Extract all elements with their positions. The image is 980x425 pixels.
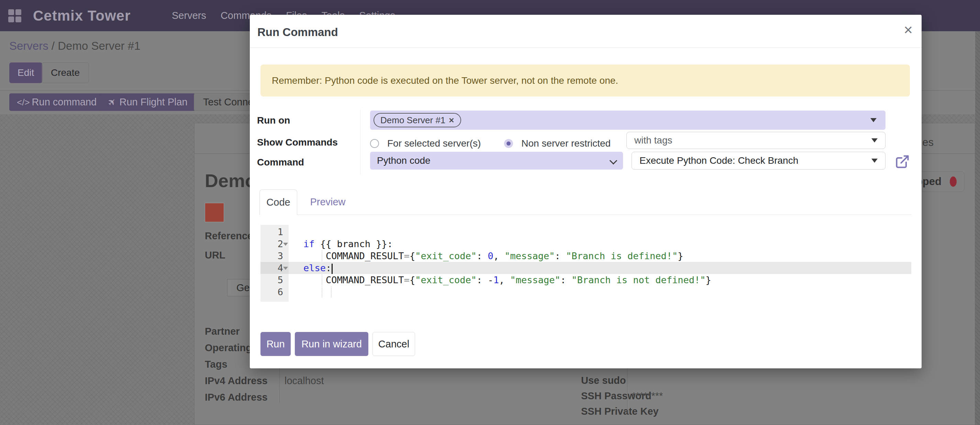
- line-number: 6: [261, 286, 289, 298]
- stat-button-fragment[interactable]: es: [922, 136, 934, 149]
- cancel-button[interactable]: Cancel: [372, 332, 415, 356]
- info-value: localhost: [285, 375, 324, 387]
- server-chip: Demo Server #1 ×: [374, 113, 461, 127]
- breadcrumb-separator: /: [48, 40, 58, 52]
- command-caret-icon: [872, 159, 878, 163]
- command-type-select[interactable]: Python code: [370, 152, 623, 170]
- info-label: Use sudo: [581, 375, 626, 386]
- info-value: ********: [632, 390, 663, 402]
- code-tag-icon: </>: [17, 97, 30, 108]
- modal-title: Run Command: [258, 26, 338, 39]
- info-label: Operating: [205, 342, 252, 354]
- command-label: Command: [257, 157, 304, 168]
- run-command-modal: Run Command × Remember: Python code is e…: [250, 15, 921, 368]
- apps-grid-icon[interactable]: [8, 9, 21, 22]
- breadcrumb-servers-link[interactable]: Servers: [9, 40, 48, 52]
- code-text: else:: [304, 262, 332, 274]
- run-in-wizard-button[interactable]: Run in wizard: [295, 332, 368, 356]
- command-select[interactable]: Execute Python Code: Check Branch: [632, 152, 886, 170]
- fold-caret-icon[interactable]: [283, 243, 288, 246]
- screen: Cetmix Tower ServersCommandsFilesToolsSe…: [0, 0, 980, 425]
- run-on-label: Run on: [257, 115, 290, 126]
- radio-for-selected-servers[interactable]: [370, 139, 379, 148]
- breadcrumb-current: Demo Server #1: [58, 40, 140, 52]
- code-text: COMMAND_RESULT={"exit_code": -1, "messag…: [304, 274, 711, 286]
- plane-icon: ✈: [103, 93, 121, 111]
- radio-for-selected-servers-label[interactable]: For selected server(s): [387, 138, 481, 149]
- chip-label: Demo Server #1: [380, 115, 445, 126]
- command-type-chevron-icon: [609, 157, 617, 165]
- run-on-dropdown-caret-icon[interactable]: [870, 118, 877, 122]
- modal-header-divider: [250, 48, 921, 48]
- server-color-swatch[interactable]: [205, 203, 224, 222]
- line-number: 1: [261, 226, 289, 238]
- fold-caret-icon[interactable]: [283, 267, 288, 270]
- run-on-field[interactable]: Demo Server #1 ×: [370, 111, 886, 130]
- line-number: 3: [261, 250, 289, 262]
- page-scrollbar[interactable]: [975, 31, 980, 425]
- tab-code[interactable]: Code: [259, 189, 297, 215]
- create-button[interactable]: Create: [41, 62, 89, 83]
- info-label: Tags: [205, 359, 228, 370]
- show-commands-label: Show Commands: [257, 137, 338, 148]
- field-label-url: URL: [205, 250, 226, 261]
- close-icon[interactable]: ×: [904, 22, 913, 37]
- run-button[interactable]: Run: [261, 332, 291, 356]
- edit-button[interactable]: Edit: [9, 62, 42, 83]
- breadcrumb: Servers / Demo Server #1: [9, 40, 140, 52]
- warning-alert: Remember: Python code is executed on the…: [261, 65, 910, 97]
- code-text: COMMAND_RESULT={"exit_code": 0, "message…: [304, 250, 683, 262]
- tab-bar-line: [259, 214, 911, 215]
- code-editor[interactable]: 12if {{ branch }}:3 COMMAND_RESULT={"exi…: [261, 225, 911, 307]
- run-flight-plan-button[interactable]: ✈Run Flight Plan: [100, 94, 195, 111]
- info-label: IPv4 Address: [205, 375, 268, 387]
- show-commands-radios: For selected server(s) Non server restri…: [370, 136, 611, 151]
- info-label: Partner: [205, 326, 240, 337]
- chip-remove-icon[interactable]: ×: [449, 115, 454, 126]
- open-record-external-link-icon[interactable]: [895, 154, 910, 169]
- run-command-button[interactable]: </>Run command: [9, 94, 104, 111]
- info-label: IPv6 Address: [205, 392, 268, 403]
- with-tags-caret-icon: [872, 138, 878, 143]
- alert-text: Remember: Python code is executed on the…: [272, 75, 618, 86]
- info-label: SSH Private Key: [581, 406, 659, 417]
- indent-guide: [331, 287, 332, 297]
- editor-line-3[interactable]: 3 COMMAND_RESULT={"exit_code": 0, "messa…: [261, 250, 911, 262]
- editor-line-4[interactable]: 4else:: [261, 262, 911, 274]
- editor-line-2[interactable]: 2if {{ branch }}:: [261, 238, 911, 250]
- indent-guide: [321, 287, 322, 297]
- nav-item-servers[interactable]: Servers: [172, 10, 206, 21]
- editor-line-1[interactable]: 1: [261, 226, 911, 238]
- with-tags-select[interactable]: with tags: [627, 132, 886, 149]
- app-brand[interactable]: Cetmix Tower: [33, 0, 130, 31]
- line-number: 5: [261, 274, 289, 286]
- field-label-reference: Reference: [205, 230, 253, 242]
- radio-non-server-restricted-label[interactable]: Non server restricted: [521, 138, 611, 149]
- radio-non-server-restricted[interactable]: [504, 139, 513, 148]
- text-cursor: [332, 264, 332, 274]
- status-stopped-dot: [950, 176, 957, 187]
- editor-line-5[interactable]: 5 COMMAND_RESULT={"exit_code": -1, "mess…: [261, 274, 911, 286]
- code-text: if {{ branch }}:: [304, 238, 393, 250]
- editor-line-6[interactable]: 6: [261, 286, 911, 298]
- server-record-title: Demo: [205, 170, 256, 191]
- tab-preview[interactable]: Preview: [302, 189, 353, 215]
